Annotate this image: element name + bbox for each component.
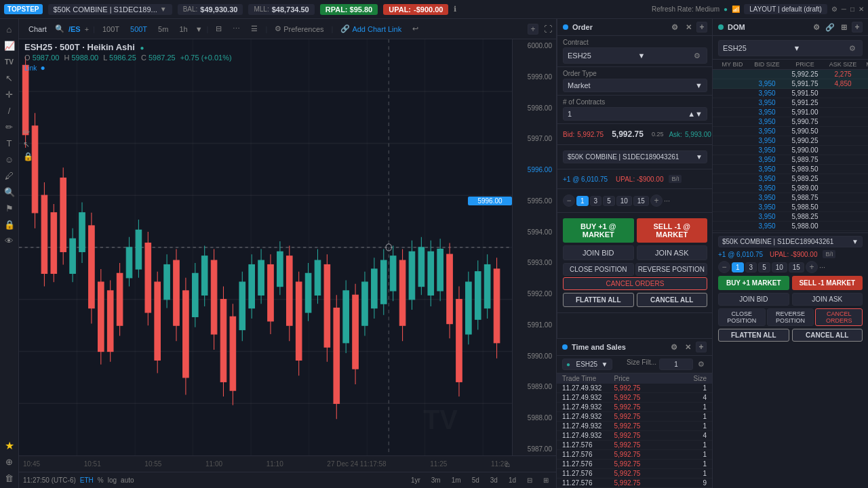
sidebar-brush-icon[interactable]: 🖊	[2, 168, 17, 183]
sidebar-tv-icon[interactable]: TV	[2, 54, 17, 69]
sidebar-zoom-icon[interactable]: 🔍	[2, 184, 17, 199]
settings-icon[interactable]: ⚙	[831, 5, 837, 13]
dom-qty-more[interactable]: ···	[819, 263, 825, 271]
sidebar-lock-icon[interactable]: 🔒	[2, 217, 17, 232]
dom-cancel-all-btn[interactable]: CANCEL ALL	[792, 329, 863, 342]
dom-qty-15[interactable]: 15	[789, 262, 804, 272]
order-type-select[interactable]: Market ▼	[563, 79, 707, 92]
period-1m[interactable]: 1m	[448, 476, 465, 485]
dom-settings-icon[interactable]: ⚙	[811, 22, 822, 33]
dom-contract-settings-icon[interactable]: ⚙	[847, 43, 858, 54]
indicators-btn[interactable]: ⋯	[229, 23, 243, 35]
order-add-btn[interactable]: +	[696, 22, 707, 33]
period-3d[interactable]: 3d	[487, 476, 501, 485]
qty-minus-btn[interactable]: −	[563, 195, 575, 207]
draw-pencil-icon[interactable]: ✏	[23, 127, 33, 137]
sidebar-crosshair-icon[interactable]: ✛	[2, 87, 17, 102]
symbol-section[interactable]: $50K COMBINE | S1DEC189... ▼	[48, 4, 172, 15]
order-settings-icon[interactable]: ⚙	[669, 22, 680, 33]
sidebar-cursor-icon[interactable]: ↖	[2, 70, 17, 85]
dom-join-bid-btn[interactable]: JOIN BID	[718, 293, 789, 306]
ts-filter-settings-icon[interactable]: ⚙	[696, 359, 707, 369]
dom-close-pos-btn[interactable]: CLOSE POSITION	[718, 308, 766, 326]
dom-qty-5[interactable]: 5	[758, 262, 770, 272]
qty-more-btn[interactable]: ···	[664, 197, 670, 205]
list-item[interactable]: 3,950 5,991.75 4,850 2,106	[713, 79, 868, 89]
list-item[interactable]: 3,950 5,990.50 2,500	[713, 127, 868, 136]
qty-5[interactable]: 5	[603, 196, 615, 206]
symbol-dropdown-icon[interactable]: ▼	[160, 5, 167, 13]
order-close-icon[interactable]: ✕	[683, 22, 694, 33]
link-label[interactable]: Link	[24, 64, 37, 72]
list-item[interactable]: 3,950 5,988.75 1,428	[713, 193, 868, 203]
log-btn[interactable]: log	[108, 476, 117, 484]
sidebar-trash-icon[interactable]: 🗑	[2, 470, 17, 485]
cancel-orders-btn[interactable]: CANCEL ORDERS	[563, 277, 707, 290]
add-chart-link-btn[interactable]: 🔗 Add Chart Link	[337, 23, 405, 35]
qty-10[interactable]: 10	[616, 196, 632, 206]
list-item[interactable]: 3,950 5,989.75 599	[713, 155, 868, 165]
chart-canvas[interactable]: ESH25 · 500T · Heikin Ashi ● O 5987.00 H…	[19, 39, 512, 455]
period-1yr[interactable]: 1yr	[408, 476, 424, 485]
templates-btn[interactable]: ☰	[248, 23, 261, 35]
draw-lock-icon[interactable]: 🔒	[23, 152, 33, 161]
dom-add-btn[interactable]: +	[852, 22, 863, 33]
timeframe-5m[interactable]: 5m	[155, 24, 172, 35]
sidebar-eye-icon[interactable]: 👁	[2, 233, 17, 248]
ts-size-input[interactable]: 1	[659, 359, 693, 370]
qty-plus-btn[interactable]: +	[650, 195, 663, 207]
join-bid-btn[interactable]: JOIN BID	[563, 245, 634, 260]
dom-buy-btn[interactable]: BUY +1 MARKET	[718, 276, 789, 290]
upal-btn[interactable]: UPAL:-$900.00	[383, 4, 448, 15]
sell-market-btn[interactable]: SELL -1 @ MARKET	[637, 218, 708, 243]
qty-1[interactable]: 1	[576, 196, 589, 206]
list-item[interactable]: 3,950 5,990.75 2,150	[713, 117, 868, 127]
sidebar-flag-icon[interactable]: ⚑	[2, 201, 17, 216]
add-chart-btn[interactable]: +	[528, 24, 538, 35]
sidebar-text-icon[interactable]: T	[2, 136, 17, 150]
ts-contract-select[interactable]: ● ESH25 ▼	[562, 359, 612, 370]
period-3m[interactable]: 3m	[428, 476, 444, 485]
dom-sell-btn[interactable]: SELL -1 MARKET	[792, 276, 863, 290]
list-item[interactable]: 3,950 5,990.00 2,500	[713, 146, 868, 155]
dom-qty-minus[interactable]: −	[718, 261, 730, 273]
maximize-icon[interactable]: □	[850, 5, 854, 13]
contract-select[interactable]: ESH25 ▼ ⚙	[563, 47, 707, 64]
timeframe-100t[interactable]: 100T	[99, 24, 123, 35]
list-item[interactable]: 3,950 5,991.50 2,112	[713, 89, 868, 98]
ts-close-icon[interactable]: ✕	[682, 342, 693, 352]
qty-3[interactable]: 3	[590, 196, 602, 206]
percent-icon[interactable]: %	[98, 476, 104, 484]
dom-join-ask-btn[interactable]: JOIN ASK	[792, 293, 863, 306]
layout-btn[interactable]: LAYOUT | default (draft)	[744, 4, 827, 14]
minimize-icon[interactable]: ─	[842, 5, 846, 13]
chart-tab[interactable]: Chart	[23, 24, 52, 35]
sidebar-chart-icon[interactable]: 📈	[2, 38, 17, 53]
list-item[interactable]: 3,950 5,988.25 806	[713, 212, 868, 222]
timeframe-1h[interactable]: 1h	[176, 24, 191, 35]
timeframe-500t[interactable]: 500T	[127, 24, 151, 35]
join-ask-btn[interactable]: JOIN ASK	[637, 245, 708, 260]
contracts-stepper[interactable]: ▲▼	[688, 110, 703, 118]
undo-btn[interactable]: ↩	[409, 23, 422, 35]
sidebar-home-icon[interactable]: ⌂	[2, 22, 17, 37]
list-item[interactable]: 3,950 5,989.00 1,189	[713, 184, 868, 193]
flatten-all-btn[interactable]: FLATTEN ALL	[563, 293, 634, 307]
list-item[interactable]: 3,950 5,990.25 771	[713, 136, 868, 146]
time-home-icon[interactable]: ⌂	[505, 460, 510, 469]
dom-contract-select[interactable]: ESH25 ▼ ⚙	[718, 40, 863, 56]
list-item[interactable]: 3,950 5,991.00 1,577	[713, 108, 868, 117]
sidebar-star-icon[interactable]: ★	[2, 438, 17, 453]
fullscreen-icon[interactable]: ⛶	[544, 24, 552, 34]
preferences-btn[interactable]: ⚙ Preferences	[271, 23, 327, 35]
dom-expand-icon[interactable]: ⊞	[838, 22, 849, 33]
reverse-btn[interactable]: REVERSE POSITION	[635, 263, 707, 276]
draw-cursor-icon[interactable]: ↖	[23, 140, 33, 149]
dom-flatten-btn[interactable]: FLATTEN ALL	[718, 329, 789, 342]
contracts-input[interactable]: ▲▼	[563, 107, 707, 121]
contract-settings-icon[interactable]: ⚙	[692, 50, 703, 61]
symbol-input[interactable]: /ES	[68, 25, 81, 33]
timeframe-dropdown[interactable]: ▼	[195, 25, 203, 33]
period-1d[interactable]: 1d	[505, 476, 519, 485]
dom-qty-3[interactable]: 3	[745, 262, 757, 272]
